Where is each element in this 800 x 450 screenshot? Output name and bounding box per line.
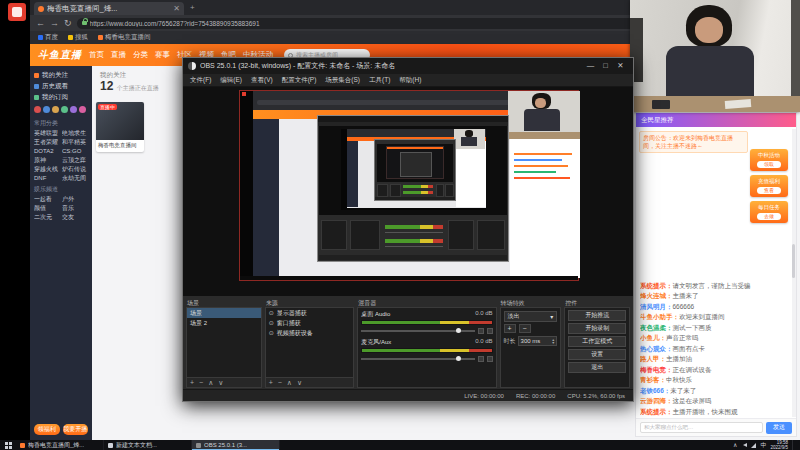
entertainment-item[interactable]: 一起看 <box>34 195 60 203</box>
stream-thumbnail[interactable]: 直播中 <box>96 102 144 140</box>
entertainment-item[interactable]: 户外 <box>62 195 88 203</box>
volume-slider[interactable] <box>361 358 474 360</box>
scene-item[interactable]: 场景 2 <box>187 318 261 328</box>
scene-item[interactable]: 场景 <box>187 308 261 318</box>
streamer-avatar[interactable] <box>79 106 86 113</box>
send-button[interactable]: 发送 <box>766 422 792 434</box>
add-transition-button[interactable]: + <box>504 324 516 333</box>
notification-center-button[interactable] <box>792 440 797 450</box>
streamer-avatar[interactable] <box>52 106 59 113</box>
network-icon[interactable] <box>751 443 756 448</box>
chat-scrollbar[interactable] <box>792 129 796 417</box>
window-control-icon[interactable]: □ <box>598 58 613 74</box>
category-item[interactable]: 英雄联盟 <box>34 129 60 137</box>
menu-item[interactable]: 编辑(E) <box>220 76 242 85</box>
forward-icon[interactable]: → <box>50 15 59 31</box>
menu-item[interactable]: 工具(T) <box>369 76 390 85</box>
nav-item[interactable]: 分类 <box>133 50 148 60</box>
sidebar-quick-item[interactable]: 我的订阅 <box>34 92 88 103</box>
dock-tool-icon[interactable]: − <box>278 378 282 388</box>
category-item[interactable]: 王者荣耀 <box>34 138 60 146</box>
browser-tab[interactable]: 梅香电竞直播间_烽... ✕ <box>34 2 184 15</box>
menu-item[interactable]: 场景集合(S) <box>325 76 360 85</box>
window-control-icon[interactable]: ✕ <box>613 58 628 74</box>
source-item[interactable]: ⊙ 窗口捕获 <box>266 318 354 328</box>
promo-card[interactable]: 中秋活动 领取 <box>750 149 788 171</box>
menu-item[interactable]: 配置文件(P) <box>282 76 317 85</box>
visibility-eye-icon[interactable]: ⊙ <box>269 308 274 318</box>
chat-scrollbar-thumb[interactable] <box>792 244 795 278</box>
category-item[interactable]: 炉石传说 <box>62 165 88 173</box>
dock-tool-icon[interactable]: − <box>199 378 203 388</box>
visibility-eye-icon[interactable]: ⊙ <box>269 318 274 328</box>
input-language-indicator[interactable]: 中 <box>760 441 766 450</box>
promo-button[interactable]: 领取 <box>757 161 781 168</box>
start-button[interactable] <box>0 440 16 450</box>
stream-card[interactable]: 直播中 梅香电竞直播间 <box>96 102 144 152</box>
bookmark-item[interactable]: 搜狐 <box>68 33 88 42</box>
obs-control-button[interactable]: 工作室模式 <box>568 336 626 347</box>
entertainment-item[interactable]: 颜值 <box>34 204 60 212</box>
speaker-icon[interactable] <box>478 328 484 334</box>
nav-item[interactable]: 赛事 <box>155 50 170 60</box>
dock-tool-icon[interactable]: ∨ <box>297 378 302 388</box>
category-item[interactable]: 和平精英 <box>62 138 88 146</box>
dock-tool-icon[interactable]: + <box>190 378 194 388</box>
obs-control-button[interactable]: 开始推流 <box>568 310 626 321</box>
obs-title-bar[interactable]: OBS 25.0.1 (32-bit, windows) - 配置文件: 未命名… <box>183 58 633 74</box>
source-item[interactable]: ⊙ 视频捕获设备 <box>266 328 354 338</box>
volume-slider-handle[interactable] <box>456 328 461 333</box>
promo-button[interactable]: 去做 <box>757 213 781 220</box>
sidebar-bottom-button[interactable]: 领福利 <box>34 424 60 435</box>
desktop-shortcut-icon[interactable] <box>8 3 26 21</box>
promo-card[interactable]: 充值福利 查看 <box>750 175 788 197</box>
sidebar-quick-item[interactable]: 历史观看 <box>34 81 88 92</box>
window-control-icon[interactable]: — <box>583 58 598 74</box>
menu-item[interactable]: 查看(V) <box>251 76 273 85</box>
dock-tool-icon[interactable]: ∧ <box>208 378 213 388</box>
bookmark-item[interactable]: 梅香电竞直播间 <box>98 33 151 42</box>
obs-control-button[interactable]: 开始录制 <box>568 323 626 334</box>
remove-transition-button[interactable]: − <box>519 324 531 333</box>
visibility-eye-icon[interactable]: ⊙ <box>269 328 274 338</box>
settings-icon[interactable] <box>487 356 493 362</box>
obs-control-button[interactable]: 设置 <box>568 349 626 360</box>
streamer-avatar[interactable] <box>43 106 50 113</box>
settings-icon[interactable] <box>487 328 493 334</box>
category-item[interactable]: 绝地求生 <box>62 129 88 137</box>
bookmark-item[interactable]: 百度 <box>38 33 58 42</box>
entertainment-item[interactable]: 音乐 <box>62 204 88 212</box>
reload-icon[interactable]: ↻ <box>64 15 72 31</box>
entertainment-item[interactable]: 二次元 <box>34 213 60 221</box>
douyu-logo[interactable]: 斗鱼直播 <box>38 48 82 62</box>
taskbar-button[interactable]: OBS 25.0.1 (3... <box>192 440 280 450</box>
speaker-icon[interactable] <box>478 356 484 362</box>
menu-item[interactable]: 文件(F) <box>190 76 211 85</box>
back-icon[interactable]: ← <box>36 15 45 31</box>
category-item[interactable]: DOTA2 <box>34 147 60 155</box>
category-item[interactable]: 原神 <box>34 156 60 164</box>
chat-banner[interactable]: 全民星推荐 <box>636 113 796 127</box>
category-item[interactable]: 穿越火线 <box>34 165 60 173</box>
volume-icon[interactable] <box>741 443 747 447</box>
tab-close-icon[interactable]: ✕ <box>173 4 180 13</box>
category-item[interactable]: 云顶之弈 <box>62 156 88 164</box>
transition-duration-spinner[interactable]: 300 ms ▴ ▾ <box>518 336 558 346</box>
dock-tool-icon[interactable]: ∨ <box>218 378 223 388</box>
tray-chevron-icon[interactable]: ∧ <box>733 440 737 450</box>
taskbar-button[interactable]: 新建文本文档... <box>104 440 192 450</box>
source-item[interactable]: ⊙ 显示器捕获 <box>266 308 354 318</box>
nav-item[interactable]: 直播 <box>111 50 126 60</box>
volume-slider[interactable] <box>361 330 474 332</box>
spinner-arrows[interactable]: ▴ ▾ <box>552 338 554 344</box>
chat-input[interactable]: 和大家聊点什么吧… <box>640 422 763 433</box>
nav-item[interactable]: 首页 <box>89 50 104 60</box>
menu-item[interactable]: 帮助(H) <box>399 76 421 85</box>
new-tab-button[interactable]: + <box>190 1 195 15</box>
sidebar-bottom-button[interactable]: 我要开播 <box>63 424 89 435</box>
category-item[interactable]: DNF <box>34 174 60 182</box>
obs-preview[interactable] <box>183 87 633 296</box>
sidebar-quick-item[interactable]: 我的关注 <box>34 70 88 81</box>
promo-card[interactable]: 每日任务 去做 <box>750 201 788 223</box>
taskbar-clock[interactable]: 19:58 2022/9/5 <box>770 440 788 450</box>
